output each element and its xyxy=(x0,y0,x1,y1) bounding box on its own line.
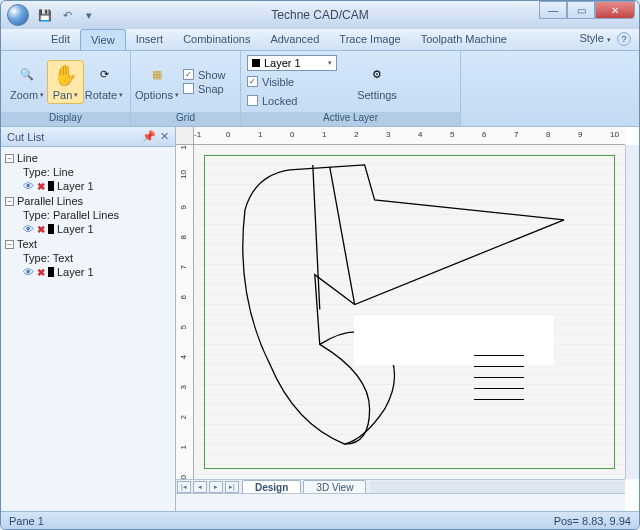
eye-icon[interactable]: 👁 xyxy=(23,180,34,192)
swatch-icon xyxy=(48,267,54,277)
group-display: 🔍 Zoom▾ ✋ Pan▾ ⟳ Rotate▾ Display xyxy=(1,51,131,126)
layer-locked-checkbox[interactable]: Locked xyxy=(247,95,337,107)
status-pane: Pane 1 xyxy=(9,515,44,527)
zoom-button[interactable]: 🔍 Zoom▾ xyxy=(7,60,47,104)
quick-access-toolbar: 💾 ↶ ▾ xyxy=(37,7,97,23)
menu-tabs: Edit View Insert Combinations Advanced T… xyxy=(1,29,639,51)
tab-insert[interactable]: Insert xyxy=(126,29,174,50)
panel-close-icon[interactable]: ✕ xyxy=(160,130,169,143)
delete-icon[interactable]: ✖ xyxy=(37,181,45,192)
bottom-nav-row: |◂ ◂ ▸ ▸| Design 3D View xyxy=(176,479,625,493)
status-pos: Pos= 8.83, 9.94 xyxy=(554,515,631,527)
window-title: Techne CAD/CAM xyxy=(271,8,368,22)
group-grid: ▦ Options▾ ✓Show Snap Grid xyxy=(131,51,241,126)
swatch-icon xyxy=(48,181,54,191)
minimize-button[interactable]: — xyxy=(539,1,567,19)
pan-button[interactable]: ✋ Pan▾ xyxy=(47,60,84,104)
ruler-corner xyxy=(176,127,194,145)
swatch-icon xyxy=(48,224,54,234)
group-grid-title: Grid xyxy=(131,112,240,126)
pan-icon: ✋ xyxy=(54,63,78,87)
cutlist-header: Cut List 📌✕ xyxy=(1,127,175,147)
tree-node-text[interactable]: −Text Type: Text 👁✖Layer 1 xyxy=(5,237,171,279)
tree-type-row: Type: Line xyxy=(23,165,171,179)
eye-icon[interactable]: 👁 xyxy=(23,223,34,235)
main-area: Cut List 📌✕ −Line Type: Line 👁✖Layer 1 −… xyxy=(1,127,639,511)
tab-view[interactable]: View xyxy=(80,29,126,50)
gear-icon: ⚙ xyxy=(365,63,389,87)
nav-first-icon[interactable]: |◂ xyxy=(177,481,191,493)
statusbar: Pane 1 Pos= 8.83, 9.94 xyxy=(1,511,639,530)
canvas-area: -101012345678910 0123456789101 |◂ ◂ ▸ ▸|… xyxy=(176,127,639,511)
delete-icon[interactable]: ✖ xyxy=(37,267,45,278)
text-region xyxy=(354,315,554,365)
pin-icon[interactable]: 📌 xyxy=(142,130,156,143)
snap-grid-checkbox[interactable]: Snap xyxy=(183,83,226,95)
view-tab-3d[interactable]: 3D View xyxy=(303,480,366,494)
help-button[interactable]: ? xyxy=(617,32,631,46)
tree-layer-row: 👁✖Layer 1 xyxy=(23,222,171,236)
ruler-vertical: 0123456789101 xyxy=(176,145,194,479)
layer-visible-checkbox[interactable]: ✓Visible xyxy=(247,76,337,88)
save-icon[interactable]: 💾 xyxy=(37,7,53,23)
parallel-lines xyxy=(474,345,524,410)
tree-node-parallel[interactable]: −Parallel Lines Type: Parallel Lines 👁✖L… xyxy=(5,194,171,236)
rotate-icon: ⟳ xyxy=(92,63,116,87)
group-display-title: Display xyxy=(1,112,130,126)
view-tab-design[interactable]: Design xyxy=(242,480,301,494)
tab-combinations[interactable]: Combinations xyxy=(173,29,260,50)
drawing-layer xyxy=(194,145,625,479)
close-button[interactable]: ✕ xyxy=(595,1,635,19)
grid-icon: ▦ xyxy=(145,63,169,87)
redo-icon[interactable]: ▾ xyxy=(81,7,97,23)
group-active-layer: Layer 1▾ ✓Visible Locked ⚙ Settings Acti… xyxy=(241,51,461,126)
tree-layer-row: 👁✖Layer 1 xyxy=(23,179,171,193)
group-active-layer-title: Active Layer xyxy=(241,112,460,126)
tab-trace-image[interactable]: Trace Image xyxy=(329,29,410,50)
ribbon: 🔍 Zoom▾ ✋ Pan▾ ⟳ Rotate▾ Display ▦ Optio… xyxy=(1,51,639,127)
svg-line-1 xyxy=(330,167,355,305)
app-orb-button[interactable] xyxy=(7,4,29,26)
titlebar: 💾 ↶ ▾ Techne CAD/CAM — ▭ ✕ xyxy=(1,1,639,29)
show-grid-checkbox[interactable]: ✓Show xyxy=(183,69,226,81)
tab-advanced[interactable]: Advanced xyxy=(260,29,329,50)
tree-type-row: Type: Parallel Lines xyxy=(23,208,171,222)
layer-select[interactable]: Layer 1▾ xyxy=(247,55,337,71)
cutlist-title: Cut List xyxy=(7,131,44,143)
maximize-button[interactable]: ▭ xyxy=(567,1,595,19)
nav-next-icon[interactable]: ▸ xyxy=(209,481,223,493)
grid-options-button[interactable]: ▦ Options▾ xyxy=(137,60,177,104)
canvas[interactable] xyxy=(194,145,625,479)
expander-icon[interactable]: − xyxy=(5,240,14,249)
window-buttons: — ▭ ✕ xyxy=(539,1,635,19)
expander-icon[interactable]: − xyxy=(5,197,14,206)
zoom-icon: 🔍 xyxy=(15,63,39,87)
vertical-scrollbar[interactable] xyxy=(625,145,639,479)
expander-icon[interactable]: − xyxy=(5,154,14,163)
nav-prev-icon[interactable]: ◂ xyxy=(193,481,207,493)
nav-last-icon[interactable]: ▸| xyxy=(225,481,239,493)
tree-type-row: Type: Text xyxy=(23,251,171,265)
cutlist-panel: Cut List 📌✕ −Line Type: Line 👁✖Layer 1 −… xyxy=(1,127,176,511)
bottom-spacer xyxy=(176,493,625,511)
delete-icon[interactable]: ✖ xyxy=(37,224,45,235)
ruler-horizontal: -101012345678910 xyxy=(194,127,625,145)
rotate-button[interactable]: ⟳ Rotate▾ xyxy=(84,60,124,104)
tab-edit[interactable]: Edit xyxy=(41,29,80,50)
layer-settings-button[interactable]: ⚙ Settings xyxy=(357,60,397,104)
eye-icon[interactable]: 👁 xyxy=(23,266,34,278)
tab-toolpath-machine[interactable]: Toolpath Machine xyxy=(411,29,517,50)
horizontal-scrollbar[interactable] xyxy=(370,481,625,493)
style-dropdown[interactable]: Style ▾ xyxy=(579,32,611,44)
cutlist-tree: −Line Type: Line 👁✖Layer 1 −Parallel Lin… xyxy=(1,147,175,284)
undo-icon[interactable]: ↶ xyxy=(59,7,75,23)
tree-node-line[interactable]: −Line Type: Line 👁✖Layer 1 xyxy=(5,151,171,193)
tree-layer-row: 👁✖Layer 1 xyxy=(23,265,171,279)
